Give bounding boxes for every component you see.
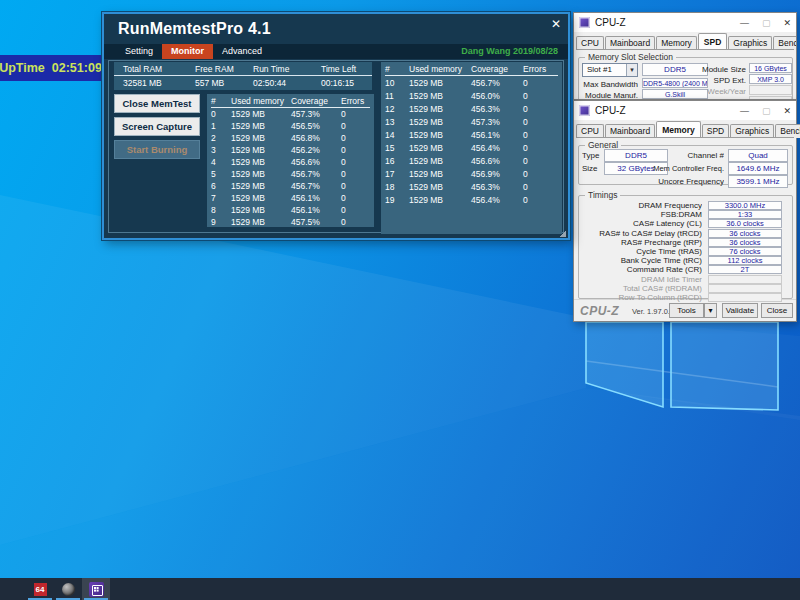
table-cell: 456.1% <box>471 129 523 141</box>
timing-label-5: Cycle Time (tRAS) <box>580 247 702 256</box>
tab-advanced[interactable]: Advanced <box>213 44 271 59</box>
table-cell: 456.2% <box>291 144 341 156</box>
tab-monitor[interactable]: Monitor <box>162 44 213 59</box>
chevron-down-icon[interactable]: ▾ <box>626 64 637 76</box>
table-cell: 1529 MB <box>409 194 471 206</box>
table-cell: 0 <box>523 155 558 167</box>
close-button[interactable]: Close <box>761 303 793 318</box>
close-memtest-button[interactable]: Close MemTest <box>114 94 200 113</box>
table-cell: 6 <box>211 180 231 192</box>
table-row: 51529 MB456.7%0 <box>211 168 370 180</box>
timing-label-3: RAS# to CAS# Delay (tRCD) <box>580 229 702 238</box>
tab-mainboard[interactable]: Mainboard <box>605 124 655 138</box>
taskbar: 64 <box>0 578 800 600</box>
table-row: 41529 MB456.6%0 <box>211 156 370 168</box>
table-cell: 0 <box>523 116 558 128</box>
table-cell: 1529 MB <box>409 116 471 128</box>
close-icon[interactable]: ✕ <box>783 18 791 28</box>
group-caption: Memory Slot Selection <box>585 52 676 62</box>
table-cell: 1529 MB <box>231 120 291 132</box>
slot-selector-combobox[interactable]: Slot #1 ▾ <box>582 63 638 77</box>
table-row: 151529 MB456.4%0 <box>385 141 558 154</box>
table-cell: 1 <box>211 120 231 132</box>
table-row: 21529 MB456.8%0 <box>211 132 370 144</box>
tab-spd[interactable]: SPD <box>702 124 729 138</box>
table-cell: 0 <box>341 204 370 216</box>
timing-label-2: CAS# Latency (CL) <box>580 219 702 228</box>
table-row: 121529 MB456.3%0 <box>385 102 558 115</box>
table-cell: 1529 MB <box>231 204 291 216</box>
tools-button[interactable]: Tools <box>669 303 704 318</box>
stat-header-free-ram: Free RAM <box>186 62 244 76</box>
table-row: 101529 MB456.7%0 <box>385 76 558 89</box>
timing-label-9: Total CAS# (tRDRAM) <box>580 284 702 293</box>
table-cell: 15 <box>385 142 409 154</box>
tab-mainboard[interactable]: Mainboard <box>605 36 655 50</box>
tab-graphics[interactable]: Graphics <box>728 36 772 50</box>
table-cell: 1529 MB <box>409 168 471 180</box>
signature-date-label: Dang Wang 2019/08/28 <box>461 46 558 56</box>
group-caption: Timings <box>585 190 620 200</box>
taskbar-button-runmemtestpro[interactable] <box>82 578 110 600</box>
table-row: 91529 MB457.5%0 <box>211 216 370 227</box>
runmemtestpro-window: RunMemtestPro 4.1 ✕ SettingMonitorAdvanc… <box>102 12 570 240</box>
close-icon[interactable]: ✕ <box>551 17 561 31</box>
tab-cpu[interactable]: CPU <box>576 36 604 50</box>
table-header-cell: Used memory <box>231 95 291 107</box>
spd-field-0: DDR5-4800 (2400 MHz) <box>642 78 708 88</box>
timing-label-0: DRAM Frequency <box>580 201 702 210</box>
table-header-row: #Used memoryCoverageErrors <box>385 63 558 76</box>
tab-graphics[interactable]: Graphics <box>730 124 774 138</box>
tab-divider <box>576 49 794 50</box>
table-header-cell: Coverage <box>471 63 523 75</box>
table-row: 71529 MB456.1%0 <box>211 192 370 204</box>
stat-value-time-left: 00:16:15 <box>312 76 370 90</box>
table-cell: 11 <box>385 90 409 102</box>
table-cell: 1529 MB <box>231 132 291 144</box>
timing-label-1: FSB:DRAM <box>580 210 702 219</box>
table-cell: 0 <box>523 194 558 206</box>
stat-value-run-time: 02:50:44 <box>244 76 312 90</box>
maximize-icon: ▢ <box>762 18 771 28</box>
table-row: 191529 MB456.4%0 <box>385 193 558 206</box>
timing-field-7: 2T <box>708 265 782 274</box>
tab-setting[interactable]: Setting <box>116 44 162 59</box>
table-cell: 14 <box>385 129 409 141</box>
tools-dropdown-icon[interactable]: ▾ <box>704 303 717 318</box>
taskbar-button-memtest[interactable] <box>54 578 82 600</box>
tab-memory[interactable]: Memory <box>656 36 697 50</box>
tab-spd[interactable]: SPD <box>698 33 727 50</box>
minimize-icon[interactable]: — <box>740 106 749 116</box>
screen-capture-button[interactable]: Screen Capture <box>114 117 200 136</box>
cpuz-spd-titlebar: CPU-Z — ▢ ✕ <box>574 13 796 32</box>
timing-field-3: 36 clocks <box>708 229 782 238</box>
tab-bench[interactable]: Bench <box>773 36 797 50</box>
tab-memory[interactable]: Memory <box>656 121 701 138</box>
table-header-cell: Errors <box>341 95 370 107</box>
memtest-sphere-icon <box>62 583 75 596</box>
stat-value-total-ram: 32581 MB <box>114 76 186 90</box>
stat-header-run-time: Run Time <box>244 62 312 76</box>
table-cell: 1529 MB <box>409 77 471 89</box>
table-cell: 8 <box>211 204 231 216</box>
table-cell: 0 <box>341 120 370 132</box>
tab-bench[interactable]: Bench <box>775 124 800 138</box>
table-row: 11529 MB456.5%0 <box>211 120 370 132</box>
table-cell: 456.0% <box>471 90 523 102</box>
desktop-screen: UpTime 02:51:09 RunMemtestPro 4.1 ✕ Sett… <box>0 0 800 600</box>
table-cell: 0 <box>523 129 558 141</box>
table-row: 01529 MB457.3%0 <box>211 108 370 120</box>
table-cell: 9 <box>211 216 231 227</box>
cpuz-memory-titlebar: CPU-Z — ▢ ✕ <box>574 101 796 120</box>
taskbar-button-cpuz[interactable]: 64 <box>26 578 54 600</box>
table-cell: 1529 MB <box>231 156 291 168</box>
table-row: 111529 MB456.0%0 <box>385 89 558 102</box>
tab-cpu[interactable]: CPU <box>576 124 604 138</box>
table-cell: 0 <box>341 192 370 204</box>
minimize-icon[interactable]: — <box>740 18 749 28</box>
stat-header-time-left: Time Left <box>312 62 370 76</box>
table-cell: 0 <box>523 142 558 154</box>
close-icon[interactable]: ✕ <box>783 106 791 116</box>
table-row: 61529 MB456.7%0 <box>211 180 370 192</box>
validate-button[interactable]: Validate <box>722 303 758 318</box>
